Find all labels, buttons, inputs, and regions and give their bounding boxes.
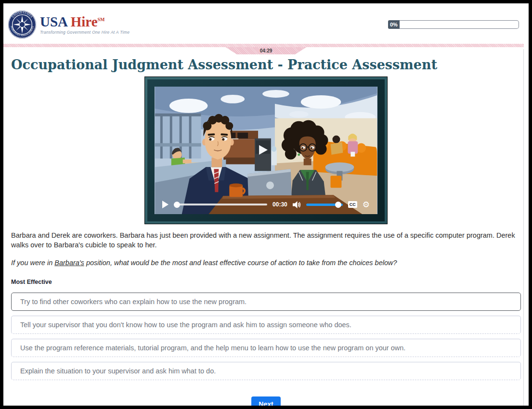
seek-handle[interactable] bbox=[174, 202, 180, 208]
seek-bar[interactable] bbox=[174, 202, 267, 208]
volume-handle[interactable] bbox=[335, 202, 341, 208]
video-controls: 00:30 CC ⚙ bbox=[155, 198, 377, 211]
opm-seal-icon: UNITED STATES PERSONNEL MANAGEMENT bbox=[7, 10, 37, 39]
video-player-bezel: 00:30 CC ⚙ bbox=[147, 79, 385, 221]
usa-hire-logo: UNITED STATES PERSONNEL MANAGEMENT USA H… bbox=[7, 10, 130, 39]
scenario-description: Barbara and Derek are coworkers. Barbara… bbox=[11, 230, 521, 250]
right-edge-line bbox=[523, 49, 524, 406]
brand-text: USA HireSM Transforming Government One H… bbox=[40, 15, 130, 35]
assessment-progress-bar: 0% bbox=[388, 20, 519, 29]
progress-track bbox=[400, 20, 519, 29]
brand-usa: USA bbox=[40, 14, 67, 29]
footer: Next bbox=[3, 396, 529, 409]
pink-divider-bar bbox=[3, 44, 524, 47]
settings-gear-icon[interactable]: ⚙ bbox=[363, 201, 370, 209]
answer-option-2[interactable]: Tell your supervisor that you don't know… bbox=[11, 316, 521, 334]
countdown-timer: 04:29 bbox=[226, 47, 307, 54]
page-title: Occupational Judgment Assessment - Pract… bbox=[11, 57, 529, 72]
video-player-frame: 00:30 CC ⚙ bbox=[144, 77, 388, 224]
volume-icon[interactable] bbox=[293, 201, 301, 208]
question-prefix: If you were in bbox=[11, 259, 54, 267]
brand-hire: Hire bbox=[67, 14, 97, 29]
captions-button[interactable]: CC bbox=[348, 201, 357, 208]
play-button[interactable] bbox=[162, 201, 169, 208]
brand-tagline: Transforming Government One Hire At A Ti… bbox=[40, 30, 130, 35]
video-time: 00:30 bbox=[272, 201, 287, 208]
progress-percent-badge: 0% bbox=[388, 20, 400, 29]
volume-slider[interactable] bbox=[306, 204, 343, 206]
most-effective-label: Most Effective bbox=[11, 279, 521, 285]
next-button[interactable]: Next bbox=[251, 396, 280, 409]
question-text: If you were in Barbara's position, what … bbox=[11, 259, 521, 267]
question-suffix: position, what would be the most and lea… bbox=[84, 259, 397, 267]
seek-track[interactable] bbox=[174, 204, 267, 205]
video-scene bbox=[155, 87, 377, 214]
answer-option-4[interactable]: Explain the situation to your supervisor… bbox=[11, 362, 521, 380]
header: UNITED STATES PERSONNEL MANAGEMENT USA H… bbox=[3, 3, 529, 44]
answer-option-1[interactable]: Try to find other coworkers who can expl… bbox=[11, 293, 521, 311]
answer-option-3[interactable]: Use the program reference materials, tut… bbox=[11, 339, 521, 357]
question-underlined-name: Barbara's bbox=[54, 259, 84, 267]
video-screen[interactable]: 00:30 CC ⚙ bbox=[155, 87, 377, 214]
brand-servicemark: SM bbox=[98, 17, 105, 22]
answer-options: Try to find other coworkers who can expl… bbox=[11, 293, 521, 380]
